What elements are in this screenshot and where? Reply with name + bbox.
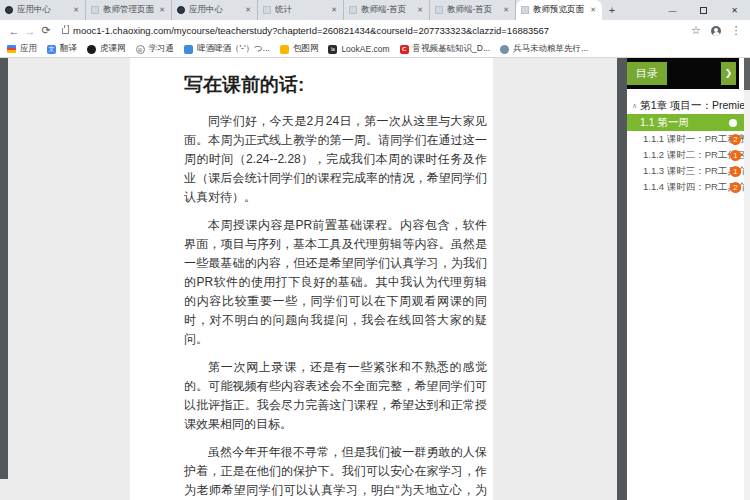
new-tab-button[interactable]: + — [602, 0, 622, 20]
collapse-panel-button[interactable]: ❯ — [721, 62, 736, 85]
tab-title: 教师预览页面 — [533, 4, 585, 16]
toc-item-label: 1.1.1 课时一：PR工程序列创建 — [643, 133, 744, 146]
bookmark-apps[interactable]: 应用 — [7, 43, 37, 55]
document-paragraph: 本周授课内容是PR前置基础课程。内容包含，软件界面，项目与序列，基本工具及代理剪… — [184, 216, 487, 349]
toc-item-lesson3[interactable]: 1.1.3 课时三：PR工具介绍与操... 1 — [627, 163, 744, 179]
bookmark-label: 兵马未动粮草先行... — [513, 43, 588, 55]
toc-item-week1-selected[interactable]: 1.1 第一周 — [627, 114, 744, 131]
bookmark-label: LookAE.com — [341, 44, 389, 54]
close-icon[interactable]: ✕ — [589, 6, 597, 14]
bookmark-label: 包图网 — [293, 43, 319, 55]
tab-title: 教师管理页面 — [103, 4, 154, 16]
bookmark-baotuwang[interactable]: 包图网 — [280, 43, 319, 55]
document-paragraph: 第一次网上录课，还是有一些紧张和不熟悉的感觉的。可能视频有些内容表述会不全面完整… — [184, 358, 487, 434]
tab-teacher-preview-active[interactable]: 教师预览页面 ✕ — [516, 0, 602, 20]
toc-item-label: 1.1.2 课时二：PR工作区介绍及... — [643, 149, 744, 162]
tab-teacher-home-1[interactable]: 教师端-首页 ✕ — [344, 0, 430, 20]
translate-icon: 文 — [47, 45, 56, 54]
maximize-button[interactable] — [688, 0, 719, 20]
toc-selected-label: 1.1 第一周 — [640, 116, 689, 128]
maximize-icon — [700, 7, 707, 14]
tab-teacher-home-2[interactable]: 教师端-首页 ✕ — [430, 0, 516, 20]
bookmark-label: 虎课网 — [100, 43, 126, 55]
globe-icon: ⊕ — [136, 45, 145, 54]
sidebar-scrollbar[interactable] — [744, 58, 750, 500]
document-paragraph: 虽然今年开年很不寻常，但是我们被一群勇敢的人保护着，正是在他们的保护下。我们可以… — [184, 443, 487, 500]
bookmark-star-icon[interactable]: ☆ — [688, 24, 704, 37]
person-icon — [500, 45, 509, 54]
toc-tab[interactable]: 目录 — [627, 62, 667, 85]
page-favicon — [349, 6, 357, 14]
close-icon[interactable]: ✕ — [330, 6, 338, 14]
address-bar[interactable]: mooc1-1.chaoxing.com/mycourse/teacherstu… — [62, 25, 680, 36]
toc-item-label: 1.1.3 课时三：PR工具介绍与操... — [643, 165, 744, 178]
sidebar-scrollbar-thumb[interactable] — [744, 58, 750, 90]
document-title: 写在课前的话: — [184, 72, 487, 98]
yellow-square-icon — [280, 45, 289, 54]
chevron-up-icon[interactable]: ∧ — [632, 102, 637, 110]
forward-icon[interactable]: → — [22, 25, 38, 37]
close-window-button[interactable]: ✕ — [719, 0, 750, 20]
dark-circle-icon — [87, 45, 96, 54]
toc-header: 目录 ❯ — [627, 58, 739, 89]
tab-title: 统计 — [275, 4, 326, 16]
minimize-button[interactable]: — — [657, 0, 688, 20]
toc-tree: ∧ 第1章 项目一：Premiere软... 1.1 第一周 1.1.1 课时一… — [627, 89, 744, 500]
url-text[interactable]: mooc1-1.chaoxing.com/mycourse/teacherstu… — [73, 25, 549, 36]
tab-title: 应用中心 — [17, 4, 68, 16]
tab-statistics[interactable]: 统计 ✕ — [258, 0, 344, 20]
close-icon[interactable]: ✕ — [416, 6, 424, 14]
tab-teacher-manage[interactable]: 教师管理页面 ✕ — [86, 0, 172, 20]
left-scrollbar-thumb[interactable] — [0, 58, 8, 479]
bookmark-label: 翻译 — [60, 43, 77, 55]
page-favicon — [91, 6, 99, 14]
toc-item-lesson1[interactable]: 1.1.1 课时一：PR工程序列创建 2 — [627, 131, 744, 147]
red-c-icon: C — [400, 45, 409, 54]
tab-title: 教师端-首页 — [447, 4, 498, 16]
bookmark-lookae[interactable]: la LookAE.com — [328, 44, 389, 54]
task-count-badge: 1 — [730, 166, 741, 177]
task-count-badge: 1 — [730, 150, 741, 161]
bookmark-bingma[interactable]: 兵马未动粮草先行... — [500, 43, 588, 55]
close-icon[interactable]: ✕ — [158, 6, 166, 14]
bookmark-pijiu[interactable]: 啤酒啤酒（'-'）つ... — [184, 43, 270, 55]
document-paragraph: 同学们好，今天是2月24日，第一次从这里与大家见面。本周为正式线上教学的第一周。… — [184, 112, 487, 207]
bookmark-xuexitong[interactable]: ⊕ 学习通 — [136, 43, 175, 55]
apps-grid-icon — [7, 45, 16, 53]
la-icon: la — [328, 45, 337, 54]
back-icon[interactable]: ← — [6, 25, 22, 37]
toc-item-lesson4[interactable]: 1.1.4 课时四：PR工具介绍与操... 2 — [627, 179, 744, 195]
toc-chapter-row[interactable]: ∧ 第1章 项目一：Premiere软... — [627, 97, 744, 114]
browser-toolbar: ← → ⟳ mooc1-1.chaoxing.com/mycourse/teac… — [0, 20, 750, 41]
bookmark-translate[interactable]: 文 翻译 — [47, 43, 77, 55]
toc-item-lesson2[interactable]: 1.1.2 课时二：PR工作区介绍及... 1 — [627, 147, 744, 163]
close-icon[interactable]: ✕ — [502, 6, 510, 14]
tab-title: 应用中心 — [189, 4, 240, 16]
bookmark-av-basics[interactable]: C 音视频基础知识_D... — [400, 43, 490, 55]
bookmarks-bar: 应用 文 翻译 虎课网 ⊕ 学习通 啤酒啤酒（'-'）つ... 包图网 la L… — [0, 41, 750, 58]
profile-avatar-icon[interactable] — [711, 26, 721, 36]
refresh-icon[interactable]: ⟳ — [38, 24, 54, 37]
bookmark-hukewang[interactable]: 虎课网 — [87, 43, 126, 55]
toc-sidebar: 目录 ❯ ∧ 第1章 项目一：Premiere软... 1.1 第一周 1.1.… — [617, 58, 750, 500]
task-count-badge: 2 — [730, 182, 741, 193]
close-icon[interactable]: ✕ — [244, 6, 252, 14]
page-favicon — [263, 6, 271, 14]
bookmark-label: 应用 — [20, 43, 37, 55]
tab-app-center-1[interactable]: 应用中心 ✕ — [0, 0, 86, 20]
task-count-badge: 2 — [730, 134, 741, 145]
globe-favicon — [177, 6, 185, 14]
close-icon[interactable]: ✕ — [72, 6, 80, 14]
bookmark-label: 啤酒啤酒（'-'）つ... — [197, 43, 270, 55]
tab-app-center-2[interactable]: 应用中心 ✕ — [172, 0, 258, 20]
blue-square-icon — [184, 45, 193, 54]
menu-icon[interactable]: ⋮ — [728, 24, 744, 37]
status-dot-icon — [729, 119, 737, 127]
course-document: 写在课前的话: 同学们好，今天是2月24日，第一次从这里与大家见面。本周为正式线… — [130, 58, 493, 500]
padlock-icon — [62, 28, 69, 34]
bookmark-label: 学习通 — [149, 43, 175, 55]
toolbar-right: ☆ ⋮ — [688, 24, 744, 37]
page-content: 写在课前的话: 同学们好，今天是2月24日，第一次从这里与大家见面。本周为正式线… — [0, 58, 750, 500]
bookmark-label: 音视频基础知识_D... — [413, 43, 490, 55]
browser-tab-strip: 应用中心 ✕ 教师管理页面 ✕ 应用中心 ✕ 统计 ✕ 教师端-首页 ✕ 教师端… — [0, 0, 750, 20]
